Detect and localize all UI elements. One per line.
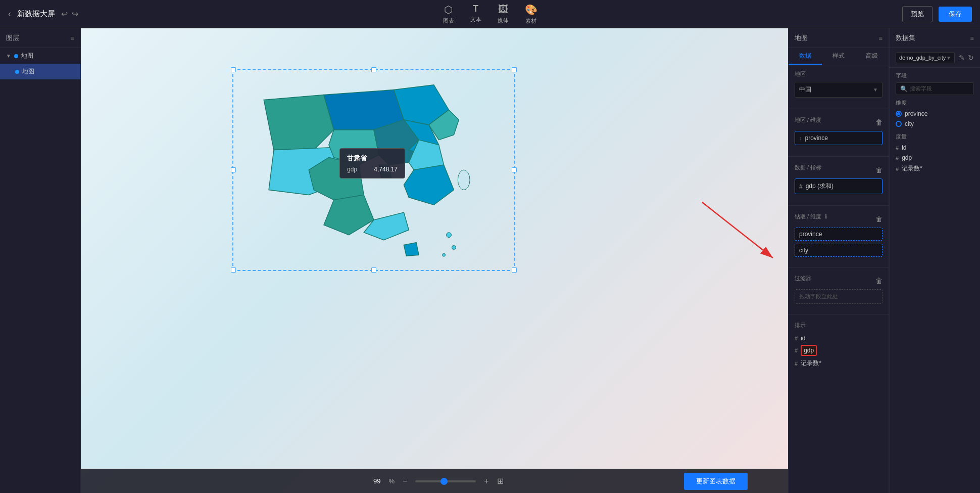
drill-province-text: province <box>799 231 822 238</box>
text-icon: T <box>473 4 478 14</box>
province-radio[interactable] <box>896 111 902 117</box>
tooltip-key: gdp <box>347 166 357 173</box>
data-source-select[interactable]: demo_gdp_by_city ▼ <box>896 52 955 63</box>
data-title: 数据集 <box>896 33 915 42</box>
measure-record[interactable]: # 记录数* <box>896 163 974 174</box>
bottom-bar: 99 % − + ⊞ 更新图表数据 <box>81 469 788 493</box>
data-source-name: demo_gdp_by_city <box>899 55 946 61</box>
data-metric-field[interactable]: # gdp (求和) <box>795 178 883 194</box>
data-source-dropdown-icon: ▼ <box>946 55 951 61</box>
layer-expand-icon: ▼ <box>6 53 11 59</box>
handle-ml[interactable] <box>231 167 236 172</box>
config-menu-icon[interactable]: ≡ <box>878 34 883 42</box>
data-metric-label: 数据 / 指标 <box>795 164 821 171</box>
tab-style[interactable]: 样式 <box>822 48 855 65</box>
edit-source-icon[interactable]: ✎ <box>959 54 965 62</box>
display-record-text: 记录数* <box>801 359 821 368</box>
redo-button[interactable]: ↪ <box>72 9 78 19</box>
city-radio[interactable] <box>896 121 902 127</box>
tab-data[interactable]: 数据 <box>789 48 822 65</box>
save-button[interactable]: 保存 <box>939 7 972 22</box>
layers-title: 图层 <box>6 33 19 42</box>
filter-delete-icon[interactable]: 🗑 <box>875 277 883 285</box>
handle-tc[interactable] <box>371 67 376 72</box>
record-measure-label: 记录数* <box>902 164 922 173</box>
zoom-in-icon[interactable]: + <box>484 477 488 486</box>
data-menu-icon[interactable]: ≡ <box>970 34 974 42</box>
region-select[interactable]: 中国 ▼ <box>795 82 883 98</box>
topbar-actions: 预览 保存 <box>871 6 972 22</box>
fields-label: 字段 <box>896 72 974 79</box>
handle-bc[interactable] <box>371 267 376 273</box>
drill-info-icon: ℹ <box>825 213 827 219</box>
zoom-value: 99 <box>365 477 380 485</box>
handle-tl[interactable] <box>231 67 236 72</box>
tool-chart[interactable]: ⬡ 图表 <box>443 4 454 25</box>
update-chart-button[interactable]: 更新图表数据 <box>684 473 748 490</box>
chart-icon: ⬡ <box>444 4 453 16</box>
map-container[interactable]: 甘肃省 gdp 4,748.17 <box>232 69 515 271</box>
data-header: 数据集 ≡ <box>890 28 980 48</box>
region-dim-field[interactable]: ↕ province <box>795 131 883 145</box>
main-layout: 图层 ≡ ▼ 地图 地图 <box>0 28 980 493</box>
drill-field-province[interactable]: province <box>795 228 883 241</box>
dim-field-province[interactable]: province <box>896 109 974 119</box>
region-label: 地区 <box>795 70 883 78</box>
search-placeholder: 搜索字段 <box>910 85 932 93</box>
handle-bl[interactable] <box>231 267 236 273</box>
measures-label: 度量 <box>896 133 974 141</box>
media-icon: 🖼 <box>498 4 508 15</box>
material-icon: 🎨 <box>525 4 537 16</box>
display-field-gdp: # gdp <box>795 343 883 357</box>
filter-placeholder: 拖动字段至此处 <box>799 293 838 299</box>
zoom-pct: % <box>388 477 395 485</box>
region-dim-field-text: province <box>805 135 878 142</box>
region-section: 地区 中国 ▼ <box>789 65 889 107</box>
layers-header: 图层 ≡ <box>0 28 80 48</box>
id-measure-label: id <box>902 144 906 151</box>
zoom-slider[interactable] <box>415 480 476 482</box>
layer-item-group[interactable]: ▼ 地图 <box>0 48 80 64</box>
map-config-panel: 地图 ≡ 数据 样式 高级 地区 中国 ▼ 地区 / 维度 🗑 ↕ prov <box>788 28 889 493</box>
tool-material[interactable]: 🎨 素材 <box>525 4 537 25</box>
back-button[interactable]: ‹ <box>8 9 11 19</box>
tool-media[interactable]: 🖼 媒体 <box>498 4 509 25</box>
tooltip-province: 甘肃省 <box>347 154 398 163</box>
fit-screen-icon[interactable]: ⊞ <box>497 476 504 486</box>
display-section: 排示 # id # gdp # 记录数* <box>789 317 889 374</box>
drill-section: 钻取 / 维度 ℹ 🗑 province city <box>789 208 889 265</box>
canvas-area[interactable]: 甘肃省 gdp 4,748.17 99 % − + ⊞ 更新图表数据 <box>81 28 788 493</box>
config-tabs: 数据 样式 高级 <box>789 48 889 65</box>
tooltip-row: gdp 4,748.17 <box>347 166 398 173</box>
handle-br[interactable] <box>512 267 517 273</box>
measure-id[interactable]: # id <box>896 143 974 153</box>
display-field-id: # id <box>795 333 883 343</box>
layers-menu-icon[interactable]: ≡ <box>70 34 74 42</box>
measure-gdp[interactable]: # gdp <box>896 153 974 163</box>
province-field-label: province <box>905 110 927 117</box>
svg-point-3 <box>443 253 446 256</box>
handle-tr[interactable] <box>512 67 517 72</box>
filter-drop-zone[interactable]: 拖动字段至此处 <box>795 289 883 304</box>
svg-point-1 <box>447 233 452 238</box>
data-metric-delete-icon[interactable]: 🗑 <box>875 166 883 174</box>
refresh-source-icon[interactable]: ↻ <box>968 54 974 62</box>
zoom-out-icon[interactable]: − <box>403 477 407 486</box>
preview-button[interactable]: 预览 <box>902 6 933 22</box>
dim-field-city[interactable]: city <box>896 119 974 129</box>
record-hash-icon: # <box>896 166 899 172</box>
search-box[interactable]: 🔍 搜索字段 <box>896 82 974 95</box>
display-id-text: id <box>801 335 805 342</box>
tab-advanced[interactable]: 高级 <box>855 48 889 65</box>
layers-panel: 图层 ≡ ▼ 地图 地图 <box>0 28 81 493</box>
drill-field-city[interactable]: city <box>795 244 883 257</box>
data-metric-field-text: gdp (求和) <box>806 182 878 191</box>
display-label: 排示 <box>795 322 883 329</box>
tool-text[interactable]: T 文本 <box>470 4 481 25</box>
drill-delete-icon[interactable]: 🗑 <box>875 215 883 223</box>
region-dim-delete-icon[interactable]: 🗑 <box>875 118 883 126</box>
undo-button[interactable]: ↩ <box>61 9 68 19</box>
undo-redo-group: ↩ ↪ <box>61 9 78 19</box>
handle-mr[interactable] <box>512 167 517 172</box>
layer-item-map[interactable]: 地图 <box>0 64 80 79</box>
